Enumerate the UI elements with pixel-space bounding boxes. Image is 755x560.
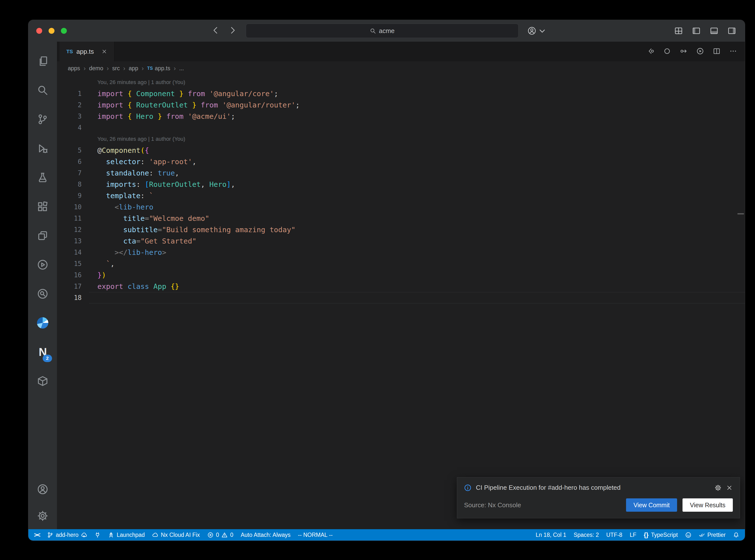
tab-close-button[interactable] bbox=[101, 48, 107, 55]
status-indentation[interactable]: Spaces: 2 bbox=[570, 529, 602, 541]
code-line[interactable]: 1import { Component } from '@angular/cor… bbox=[57, 88, 745, 99]
sidebar-item-accounts[interactable] bbox=[28, 476, 57, 503]
view-results-button[interactable]: View Results bbox=[682, 498, 733, 512]
sidebar-item-explorer[interactable] bbox=[28, 46, 57, 76]
sidebar-item-nx-console[interactable]: N2 bbox=[28, 337, 57, 366]
more-actions-button[interactable] bbox=[729, 47, 737, 56]
zoom-window-button[interactable] bbox=[61, 28, 67, 34]
minimize-window-button[interactable] bbox=[48, 28, 55, 34]
status-language-mode[interactable]: {}TypeScript bbox=[640, 529, 681, 541]
line-number[interactable]: 9 bbox=[57, 190, 82, 201]
status-git-branch[interactable]: add-hero bbox=[43, 529, 91, 541]
sidebar-item-azure[interactable] bbox=[28, 308, 57, 337]
sidebar-item-source-control[interactable] bbox=[28, 105, 57, 134]
sidebar-item-remote-explorer[interactable] bbox=[28, 221, 57, 250]
code-line[interactable]: 4 bbox=[57, 122, 745, 133]
code-line[interactable]: 17export class App {} bbox=[57, 281, 745, 292]
customize-layout-button[interactable] bbox=[674, 27, 683, 35]
status-cursor-position[interactable]: Ln 18, Col 1 bbox=[532, 529, 570, 541]
line-number[interactable]: 3 bbox=[57, 111, 82, 122]
line-number[interactable]: 7 bbox=[57, 167, 82, 179]
sidebar-item-settings[interactable] bbox=[28, 503, 57, 529]
line-number[interactable]: 4 bbox=[57, 122, 82, 133]
status-eol[interactable]: LF bbox=[626, 529, 640, 541]
line-number[interactable]: 13 bbox=[57, 235, 82, 247]
status-vim-mode[interactable]: -- NORMAL -- bbox=[294, 529, 336, 541]
code-line[interactable]: 9 template: ` bbox=[57, 190, 745, 201]
navigate-back-button[interactable] bbox=[211, 26, 220, 36]
status-nx-cloud-ai-fix[interactable]: Nx Cloud AI Fix bbox=[148, 529, 204, 541]
sidebar-item-run-and-debug[interactable] bbox=[28, 134, 57, 163]
breadcrumb-item-app-ts[interactable]: TSapp.ts bbox=[147, 65, 171, 72]
line-number[interactable]: 2 bbox=[57, 99, 82, 111]
run-file-button[interactable] bbox=[696, 47, 704, 56]
split-editor-button[interactable] bbox=[713, 47, 720, 56]
breadcrumb-item-app[interactable]: app bbox=[129, 65, 138, 72]
code-line[interactable]: 16}) bbox=[57, 269, 745, 281]
code-line[interactable]: 15 `, bbox=[57, 258, 745, 269]
view-commit-button[interactable]: View Commit bbox=[626, 498, 677, 512]
status-bar-left: ><add-heroLaunchpadNx Cloud AI Fix00Auto… bbox=[30, 529, 336, 541]
line-number[interactable]: 14 bbox=[57, 247, 82, 258]
breadcrumb-item-demo[interactable]: demo bbox=[89, 65, 103, 72]
profile-button[interactable] bbox=[528, 26, 547, 35]
code-line[interactable]: 5@Component({ bbox=[57, 145, 745, 156]
sidebar-item-live-preview[interactable] bbox=[28, 250, 57, 279]
toggle-primary-sidebar-button[interactable] bbox=[692, 27, 700, 35]
line-number[interactable]: 10 bbox=[57, 201, 82, 213]
sidebar-item-code-search[interactable] bbox=[28, 279, 57, 308]
status-notifications[interactable] bbox=[729, 529, 743, 541]
status-debug-attach[interactable] bbox=[91, 529, 104, 541]
code-line[interactable]: 13 cta="Get Started" bbox=[57, 235, 745, 247]
sidebar-item-testing[interactable] bbox=[28, 163, 57, 192]
notification-source: Source: Nx Console bbox=[464, 501, 521, 509]
line-number[interactable]: 16 bbox=[57, 269, 82, 281]
status-formatter[interactable]: Prettier bbox=[695, 529, 729, 541]
status-remote-indicator[interactable]: >< bbox=[30, 529, 43, 541]
notification-close-button close-icon[interactable] bbox=[726, 484, 733, 491]
toggle-secondary-sidebar-button[interactable] bbox=[728, 27, 736, 35]
sidebar-item-extensions[interactable] bbox=[28, 192, 57, 221]
tab-app-ts[interactable]: TS app.ts bbox=[59, 42, 114, 61]
breadcrumb-item--[interactable]: ... bbox=[179, 65, 184, 72]
code-line[interactable]: 2import { RouterOutlet } from '@angular/… bbox=[57, 99, 745, 111]
code-line[interactable]: 18 bbox=[57, 292, 745, 303]
line-number[interactable]: 8 bbox=[57, 179, 82, 190]
line-number[interactable]: 5 bbox=[57, 145, 82, 156]
line-number[interactable]: 6 bbox=[57, 156, 82, 167]
sidebar-item-containers[interactable] bbox=[28, 366, 57, 396]
line-number[interactable]: 12 bbox=[57, 224, 82, 235]
line-number[interactable]: 17 bbox=[57, 281, 82, 292]
code-line[interactable]: 14 ></lib-hero> bbox=[57, 247, 745, 258]
line-number[interactable]: 15 bbox=[57, 258, 82, 269]
navigate-forward-button[interactable] bbox=[229, 26, 237, 36]
code-line[interactable]: 12 subtitle="Build something amazing tod… bbox=[57, 224, 745, 235]
status-auto-attach[interactable]: Auto Attach: Always bbox=[237, 529, 294, 541]
notification-settings-button gear-icon[interactable] bbox=[715, 484, 721, 491]
debug-icon bbox=[37, 143, 48, 154]
status-problems[interactable]: 00 bbox=[204, 529, 237, 541]
toggle-panel-button[interactable] bbox=[710, 27, 718, 35]
code-editor[interactable]: You, 26 minutes ago | 1 author (You)1imp… bbox=[57, 75, 745, 529]
command-center[interactable]: acme bbox=[246, 24, 519, 38]
line-number[interactable]: 1 bbox=[57, 88, 82, 99]
warning-icon bbox=[221, 532, 227, 538]
status-launchpad[interactable]: Launchpad bbox=[104, 529, 148, 541]
sidebar-item-search[interactable] bbox=[28, 76, 57, 105]
open-changes-button[interactable] bbox=[647, 47, 654, 56]
next-change-button[interactable] bbox=[680, 47, 688, 56]
close-window-button[interactable] bbox=[36, 28, 42, 34]
code-line[interactable]: 7 standalone: true, bbox=[57, 167, 745, 179]
code-line[interactable]: 6 selector: 'app-root', bbox=[57, 156, 745, 167]
toggle-blame-button[interactable] bbox=[663, 47, 671, 56]
line-number[interactable]: 11 bbox=[57, 213, 82, 224]
code-line[interactable]: 10 <lib-hero bbox=[57, 201, 745, 213]
breadcrumb-item-src[interactable]: src bbox=[112, 65, 120, 72]
status-feedback[interactable] bbox=[681, 529, 695, 541]
breadcrumb-item-apps[interactable]: apps bbox=[68, 65, 80, 72]
code-line[interactable]: 8 imports: [RouterOutlet, Hero], bbox=[57, 179, 745, 190]
code-line[interactable]: 11 title="Welcmoe demo" bbox=[57, 213, 745, 224]
status-encoding[interactable]: UTF-8 bbox=[603, 529, 626, 541]
code-line[interactable]: 3import { Hero } from '@acme/ui'; bbox=[57, 111, 745, 122]
line-number[interactable]: 18 bbox=[57, 292, 82, 303]
